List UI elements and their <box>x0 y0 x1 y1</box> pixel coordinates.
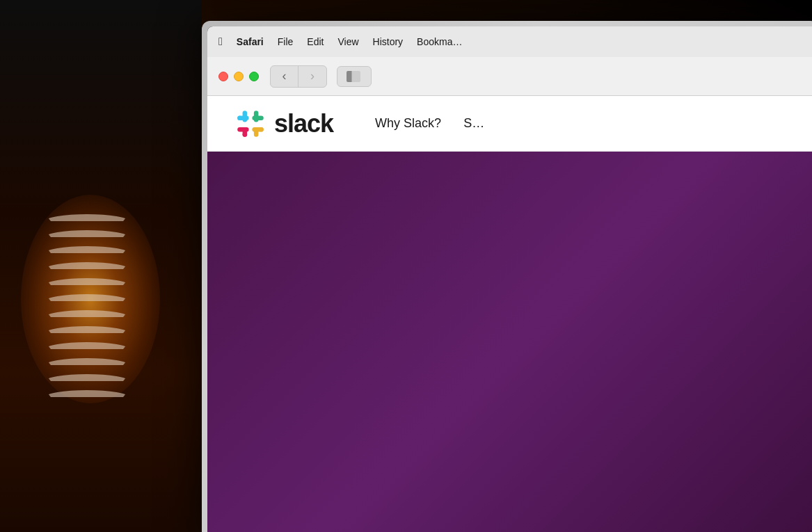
maximize-button[interactable] <box>249 72 259 81</box>
nav-button-group: ‹ › <box>270 65 327 88</box>
sidebar-icon-left-panel <box>347 71 351 82</box>
slack-nav-links: Why Slack? S… <box>375 116 484 131</box>
coil-ring <box>45 262 129 276</box>
sidebar-toggle-button[interactable] <box>337 66 372 87</box>
browser-toolbar: ‹ › <box>207 57 812 96</box>
left-background <box>0 0 202 532</box>
coil-ring <box>45 358 129 372</box>
laptop-frame:  Safari File Edit View History Bookma… … <box>202 21 812 532</box>
lamp-body <box>42 212 132 490</box>
browser-content: slack Why Slack? S… <box>207 96 812 532</box>
history-menu-item[interactable]: History <box>373 36 404 47</box>
bookmarks-menu-item[interactable]: Bookma… <box>417 36 462 47</box>
close-button[interactable] <box>218 72 228 81</box>
back-icon: ‹ <box>282 69 287 83</box>
file-menu-item[interactable]: File <box>278 36 294 47</box>
coil-ring <box>45 310 129 324</box>
slack-logo[interactable]: slack <box>235 108 333 139</box>
coil-ring <box>45 230 129 244</box>
sidebar-icon-right-panel <box>351 71 360 82</box>
coil-ring <box>45 294 129 308</box>
coil-ring <box>45 390 129 404</box>
svg-rect-12 <box>252 127 263 131</box>
back-button[interactable]: ‹ <box>271 66 298 87</box>
slack-hero-section <box>207 152 812 532</box>
coil-ring <box>45 278 129 292</box>
minimize-button[interactable] <box>234 72 244 81</box>
forward-button[interactable]: › <box>298 66 326 87</box>
coil-ring <box>45 374 129 388</box>
view-menu-item[interactable]: View <box>337 36 358 47</box>
solutions-link[interactable]: S… <box>463 116 484 131</box>
forward-icon: › <box>310 69 315 83</box>
safari-menu-item[interactable]: Safari <box>237 36 264 47</box>
slack-logo-icon <box>235 108 266 139</box>
svg-rect-9 <box>237 127 248 131</box>
why-slack-link[interactable]: Why Slack? <box>375 116 441 131</box>
traffic-lights <box>218 72 259 81</box>
svg-rect-10 <box>237 115 248 120</box>
edit-menu-item[interactable]: Edit <box>307 36 324 47</box>
coil-ring <box>45 326 129 340</box>
slack-logo-text: slack <box>274 109 333 138</box>
coil-ring <box>45 214 129 228</box>
svg-rect-0 <box>235 108 266 139</box>
svg-rect-11 <box>252 115 263 120</box>
menubar:  Safari File Edit View History Bookma… <box>207 26 812 57</box>
sidebar-toggle-icon <box>347 71 362 82</box>
apple-menu-item[interactable]:  <box>218 35 223 48</box>
coil-ring <box>45 342 129 356</box>
screen-bezel:  Safari File Edit View History Bookma… … <box>207 26 812 532</box>
coil-ring <box>45 246 129 260</box>
slack-navbar: slack Why Slack? S… <box>207 96 812 152</box>
